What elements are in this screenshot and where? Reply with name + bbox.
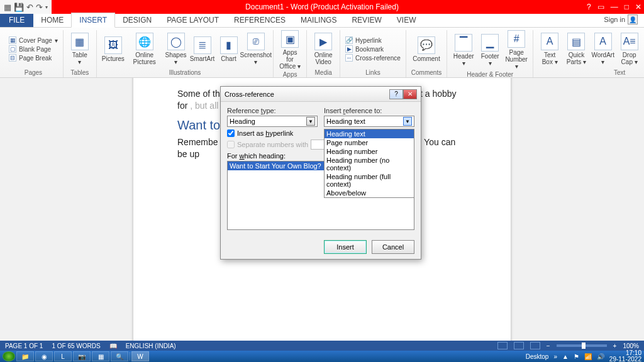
online-pictures-icon: 🌐 [136, 33, 153, 50]
tab-insert[interactable]: INSERT [71, 13, 115, 28]
page-number-button[interactable]: #Page Number▾ [505, 30, 528, 70]
tray-clock[interactable]: 17:1029-11-2022 [609, 350, 641, 362]
tab-design[interactable]: DESIGN [115, 13, 159, 27]
tab-page-layout[interactable]: PAGE LAYOUT [159, 13, 226, 27]
tray-chevron-icon[interactable]: » [553, 353, 557, 360]
online-video-button[interactable]: ▶Online Video [312, 33, 335, 65]
screenshot-button[interactable]: ⎚Screenshot▾ [244, 33, 269, 65]
quick-parts-button[interactable]: ▤Quick Parts ▾ [565, 33, 588, 65]
dropdown-item[interactable]: Above/below [325, 189, 414, 197]
wordart-button[interactable]: AWordArt▾ [592, 33, 614, 65]
wordart-icon: A [594, 33, 612, 50]
reference-type-label: Reference type: [227, 107, 318, 114]
chart-icon: ▮ [220, 36, 238, 54]
dropdown-item[interactable]: Heading text [325, 129, 414, 138]
undo-icon[interactable]: ↶ [26, 3, 33, 12]
cross-reference-button[interactable]: ↔Cross-reference [345, 54, 401, 62]
dialog-close-icon[interactable]: ✕ [403, 89, 417, 99]
dropdown-item[interactable]: Heading number [325, 147, 414, 156]
group-tables: ▦Table▾ Tables [64, 30, 97, 77]
shapes-button[interactable]: ◯Shapes▾ [165, 33, 187, 65]
taskbar-app[interactable]: 📷 [73, 351, 91, 361]
tab-home[interactable]: HOME [33, 13, 71, 27]
cover-page-icon: ▦ [9, 36, 16, 44]
maximize-icon[interactable]: □ [625, 3, 629, 11]
separator [130, 352, 130, 361]
comment-button[interactable]: 💬Comment [413, 36, 440, 62]
drop-cap-button[interactable]: A≡Drop Cap ▾ [618, 33, 641, 65]
taskbar-app3[interactable]: 🔍 [111, 351, 128, 361]
reference-type-field: Reference type: Heading ▼ [227, 107, 318, 127]
status-proofing-icon[interactable]: 📖 [109, 343, 117, 349]
cancel-button[interactable]: Cancel [372, 240, 414, 254]
dropdown-item[interactable]: Page number [325, 138, 414, 147]
zoom-in-icon[interactable]: + [613, 343, 617, 349]
start-button[interactable] [3, 351, 15, 361]
crossref-icon: ↔ [345, 54, 353, 62]
tray-arrow-icon[interactable]: ▲ [562, 353, 569, 360]
reference-type-combo[interactable]: Heading ▼ [227, 116, 318, 127]
dropdown-item[interactable]: Heading number (full context) [325, 172, 414, 189]
table-button[interactable]: ▦Table▾ [69, 33, 91, 65]
blank-page-button[interactable]: ▢Blank Page [9, 45, 58, 53]
minimize-icon[interactable]: — [611, 3, 618, 11]
zoom-out-icon[interactable]: − [547, 343, 550, 349]
status-page[interactable]: PAGE 1 OF 1 [5, 343, 43, 349]
group-links: 🔗Hyperlink ▶Bookmark ↔Cross-reference Li… [340, 30, 406, 77]
redo-icon[interactable]: ↷ [36, 3, 43, 12]
sign-in[interactable]: Sign in 👤 [597, 12, 644, 27]
insert-reference-combo[interactable]: Heading text ▼ [324, 116, 414, 127]
pictures-button[interactable]: 🖼Pictures [102, 36, 125, 62]
help-icon[interactable]: ? [587, 3, 591, 11]
dialog-body: Reference type: Heading ▼ Insert referen… [221, 102, 421, 235]
bookmark-button[interactable]: ▶Bookmark [345, 45, 401, 53]
quick-access-toolbar: ▦ 💾 ↶ ↷ ▾ [0, 0, 52, 14]
apps-button[interactable]: ▣Apps for Office ▾ [279, 30, 301, 70]
tray-network-icon[interactable]: 📶 [584, 353, 592, 360]
tab-mailings[interactable]: MAILINGS [293, 13, 344, 27]
cross-reference-dialog: Cross-reference ? ✕ Reference type: Head… [220, 86, 421, 260]
zoom-level[interactable]: 100% [623, 343, 639, 349]
taskbar-explorer[interactable]: 📁 [16, 351, 34, 361]
status-language[interactable]: ENGLISH (INDIA) [126, 343, 176, 349]
status-words[interactable]: 1 OF 65 WORDS [52, 343, 100, 349]
smartart-icon: ≣ [194, 36, 211, 54]
taskbar-lync[interactable]: L [54, 351, 72, 361]
dialog-titlebar[interactable]: Cross-reference ? ✕ [221, 87, 421, 102]
tab-file[interactable]: FILE [0, 13, 33, 27]
tray-desktop[interactable]: Desktop [526, 353, 549, 360]
footer-button[interactable]: ▁Footer▾ [479, 34, 501, 67]
dialog-help-icon[interactable]: ? [389, 89, 403, 99]
tab-review[interactable]: REVIEW [344, 13, 389, 27]
taskbar-chrome[interactable]: ◉ [35, 351, 53, 361]
insert-reference-dropdown: Heading text Page number Heading number … [324, 129, 414, 198]
tray-flag-icon[interactable]: ⚑ [574, 353, 579, 360]
view-print-icon[interactable] [514, 342, 524, 349]
text-box-button[interactable]: AText Box ▾ [538, 33, 561, 65]
chevron-down-icon[interactable]: ▼ [403, 117, 412, 126]
dropdown-item[interactable]: Heading number (no context) [325, 156, 414, 172]
smartart-button[interactable]: ≣SmartArt [191, 36, 214, 62]
tray-volume-icon[interactable]: 🔊 [597, 353, 604, 360]
save-icon[interactable]: 💾 [14, 3, 24, 12]
tab-view[interactable]: VIEW [389, 13, 424, 27]
chart-button[interactable]: ▮Chart [218, 36, 240, 62]
taskbar-app2[interactable]: ▦ [92, 351, 109, 361]
qat-dropdown-icon[interactable]: ▾ [45, 4, 48, 10]
page-break-button[interactable]: ⊟Page Break [9, 54, 58, 62]
cover-page-button[interactable]: ▦Cover Page ▾ [9, 36, 58, 44]
online-pictures-button[interactable]: 🌐Online Pictures [128, 33, 161, 65]
view-read-icon[interactable] [497, 342, 508, 349]
header-button[interactable]: ▔Header▾ [452, 34, 475, 67]
chevron-down-icon[interactable]: ▼ [306, 117, 315, 126]
hyperlink-button[interactable]: 🔗Hyperlink [345, 36, 401, 44]
taskbar-word[interactable]: W [131, 351, 149, 361]
pictures-icon: 🖼 [104, 36, 122, 54]
insert-button[interactable]: Insert [324, 240, 367, 254]
ribbon-display-icon[interactable]: ▭ [597, 3, 604, 11]
close-icon[interactable]: ✕ [635, 3, 641, 11]
zoom-slider[interactable] [557, 344, 607, 347]
tab-references[interactable]: REFERENCES [226, 13, 293, 27]
bookmark-icon: ▶ [345, 45, 353, 53]
view-web-icon[interactable] [530, 342, 540, 349]
